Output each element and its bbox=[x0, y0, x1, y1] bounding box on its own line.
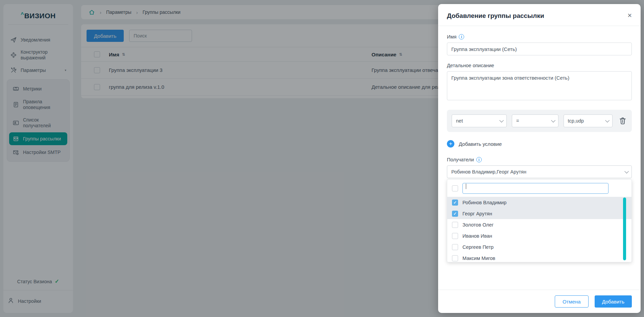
option-label: Золотов Олег bbox=[462, 222, 494, 228]
recipients-dropdown: Робинов Владимир Георг Арутян Золотов Ол… bbox=[447, 179, 632, 262]
info-icon[interactable]: i bbox=[476, 157, 482, 162]
recipients-search-input[interactable] bbox=[462, 183, 609, 194]
chevron-down-icon bbox=[499, 118, 504, 123]
option-checkbox[interactable] bbox=[452, 244, 458, 250]
option-label: Максим Мигов bbox=[462, 256, 495, 261]
name-field-label: Имя i bbox=[447, 34, 632, 39]
dropdown-search-row bbox=[447, 180, 631, 197]
option-label: Сергеев Петр bbox=[462, 244, 494, 250]
option-label: Иванов Иван bbox=[462, 233, 492, 239]
recipient-option[interactable]: Золотов Олег bbox=[447, 219, 631, 230]
text-cursor bbox=[466, 184, 466, 189]
add-mailing-group-modal: Добавление группы рассылки × Имя i Детал… bbox=[438, 4, 641, 313]
add-condition-label: Добавить условие bbox=[459, 141, 502, 147]
delete-condition-button[interactable] bbox=[618, 116, 627, 125]
option-label: Георг Арутян bbox=[462, 211, 492, 216]
recipient-option[interactable]: Георг Арутян bbox=[447, 208, 631, 219]
modal-title: Добавление группы рассылки bbox=[447, 12, 544, 19]
modal-body: Имя i Детальное описание Группа эксплуат… bbox=[438, 26, 641, 290]
condition-operator-select[interactable]: = bbox=[512, 114, 558, 127]
modal-header: Добавление группы рассылки × bbox=[438, 4, 641, 26]
recipients-select[interactable]: Робинов Владимир,Георг Арутян bbox=[447, 165, 632, 178]
close-icon[interactable]: × bbox=[627, 12, 632, 19]
submit-button[interactable]: Добавить bbox=[595, 295, 632, 308]
recipient-option[interactable]: Сергеев Петр bbox=[447, 241, 631, 253]
description-field-label: Детальное описание bbox=[447, 63, 632, 68]
dropdown-scrollbar[interactable] bbox=[623, 197, 626, 260]
option-checkbox[interactable] bbox=[452, 233, 458, 239]
app-window: ^ ВИЗИОН Уведомления Конструктор выражен… bbox=[0, 0, 644, 317]
modal-footer: Отмена Добавить bbox=[438, 290, 641, 313]
plus-icon: + bbox=[447, 140, 454, 148]
option-checkbox[interactable] bbox=[452, 222, 458, 228]
recipients-field-label: Получатели i bbox=[447, 157, 632, 162]
recipient-option[interactable]: Максим Мигов bbox=[447, 253, 631, 262]
condition-row: net = tcp,udp bbox=[447, 110, 632, 132]
trash-icon bbox=[618, 116, 627, 125]
condition-field-select[interactable]: net bbox=[452, 114, 507, 127]
condition-value-select[interactable]: tcp,udp bbox=[564, 114, 613, 127]
select-all-recipients-checkbox[interactable] bbox=[452, 185, 458, 191]
info-icon[interactable]: i bbox=[459, 34, 464, 39]
option-checkbox[interactable] bbox=[452, 255, 458, 261]
recipient-option[interactable]: Иванов Иван bbox=[447, 230, 631, 241]
chevron-down-icon bbox=[551, 118, 555, 123]
chevron-down-icon bbox=[605, 118, 610, 123]
group-name-input[interactable] bbox=[447, 43, 632, 55]
recipient-option[interactable]: Робинов Владимир bbox=[447, 197, 631, 208]
option-checkbox[interactable] bbox=[452, 211, 458, 217]
group-description-textarea[interactable]: Группа эксплуатации зона ответственности… bbox=[447, 71, 632, 100]
chevron-down-icon bbox=[624, 169, 629, 174]
add-condition-button[interactable]: + Добавить условие bbox=[447, 140, 632, 148]
option-checkbox[interactable] bbox=[452, 200, 458, 206]
option-label: Робинов Владимир bbox=[462, 200, 506, 205]
cancel-button[interactable]: Отмена bbox=[555, 295, 589, 308]
